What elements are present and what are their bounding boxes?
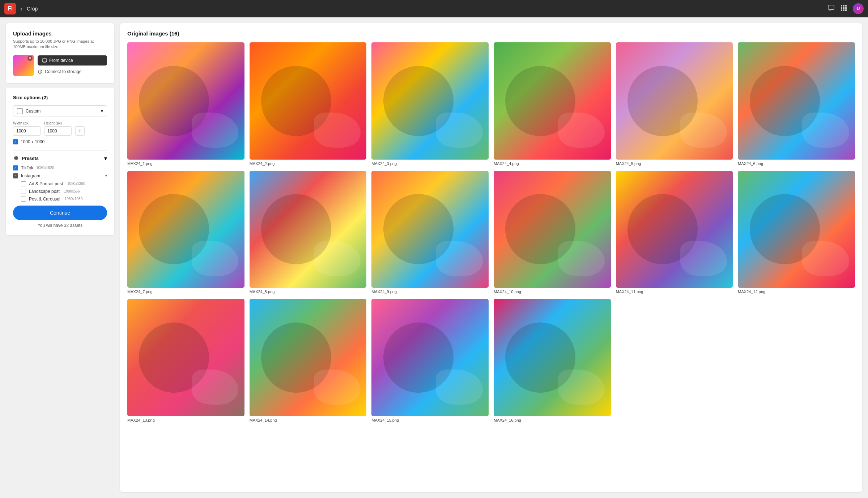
image-item-16: MAX24_16.png (494, 299, 611, 422)
height-label: Height (px) (44, 121, 72, 125)
image-thumb-1[interactable] (127, 42, 244, 160)
svg-rect-10 (42, 59, 47, 62)
image-thumb-12[interactable] (738, 171, 855, 288)
carousel-size: 1080x1080 (65, 197, 83, 201)
image-thumb-8[interactable] (250, 171, 367, 288)
svg-rect-2 (843, 5, 844, 7)
image-thumb-9[interactable] (371, 171, 489, 288)
page-title: Crop (27, 6, 38, 12)
svg-rect-8 (843, 9, 844, 11)
image-thumb-16[interactable] (494, 299, 611, 416)
from-device-button[interactable]: From device (38, 55, 107, 66)
image-name-10: MAX24_10.png (494, 290, 611, 294)
topbar: Fi ‹ Crop U (0, 0, 868, 17)
image-name-7: MAX24_7.png (127, 290, 244, 294)
size-checkbox[interactable] (13, 139, 18, 144)
image-thumb-5[interactable] (616, 42, 733, 160)
size-options-card: Size options (2) Custom ▾ Width (px) Hei… (6, 88, 114, 235)
width-label: Width (px) (13, 121, 41, 125)
height-group: Height (px) (44, 121, 72, 136)
svg-rect-7 (841, 9, 842, 11)
image-name-11: MAX24_11.png (616, 290, 733, 294)
image-name-12: MAX24_12.png (738, 290, 855, 294)
avatar[interactable]: U (853, 3, 864, 14)
presets-gear-icon (13, 155, 19, 161)
image-name-8: MAX24_8.png (250, 290, 367, 294)
image-item-15: MAX24_15.png (371, 299, 489, 422)
image-item-14: MAX24_14.png (250, 299, 367, 422)
landscape-checkbox[interactable] (21, 189, 26, 194)
gallery-title: Original images (16) (127, 30, 855, 37)
image-thumb-13[interactable] (127, 299, 244, 416)
image-item-8: MAX24_8.png (250, 171, 367, 294)
left-panel: Upload images Supports up to 10,000 JPG … (6, 23, 114, 492)
preset-ad-portrait: Ad & Portrait post 1080x1350 (21, 181, 107, 186)
size-checkbox-row: 1000 x 1000 (13, 139, 107, 144)
image-item-12: MAX24_12.png (738, 171, 855, 294)
image-name-2: MAX24_2.png (250, 161, 367, 166)
connect-storage-button[interactable]: Connect to storage (38, 68, 107, 76)
tiktok-checkbox[interactable] (13, 165, 18, 170)
chat-icon[interactable] (827, 4, 835, 13)
image-item-4: MAX24_4.png (494, 42, 611, 166)
ad-portrait-checkbox[interactable] (21, 181, 26, 186)
image-name-6: MAX24_6.png (738, 161, 855, 166)
image-item-6: MAX24_6.png (738, 42, 855, 166)
presets-header-row: Presets ▾ (13, 155, 107, 162)
upload-thumbnail (13, 55, 34, 76)
tiktok-label: TikTok (21, 165, 33, 170)
image-name-15: MAX24_15.png (371, 418, 489, 422)
image-thumb-15[interactable] (371, 299, 489, 416)
back-button[interactable]: ‹ (20, 5, 22, 13)
continue-button[interactable]: Continue (13, 206, 107, 220)
image-name-13: MAX24_13.png (127, 418, 244, 422)
preset-tiktok: TikTok 1080x1920 (13, 165, 107, 170)
upload-card: Upload images Supports up to 10,000 JPG … (6, 23, 114, 83)
width-input[interactable] (13, 126, 41, 136)
chevron-down-icon: ▾ (101, 109, 103, 114)
image-name-5: MAX24_5.png (616, 161, 733, 166)
image-item-7: MAX24_7.png (127, 171, 244, 294)
svg-rect-6 (845, 7, 847, 9)
image-thumb-6[interactable] (738, 42, 855, 160)
image-thumb-11[interactable] (616, 171, 733, 288)
image-thumb-7[interactable] (127, 171, 244, 288)
add-dimension-button[interactable]: + (75, 126, 85, 136)
presets-title: Presets (22, 156, 39, 161)
instagram-checkbox[interactable] (13, 173, 18, 178)
svg-rect-1 (841, 5, 842, 7)
image-thumb-10[interactable] (494, 171, 611, 288)
presets-chevron-icon: ▾ (104, 155, 107, 162)
image-item-3: MAX24_3.png (371, 42, 489, 166)
image-item-9: MAX24_9.png (371, 171, 489, 294)
image-thumb-14[interactable] (250, 299, 367, 416)
image-name-3: MAX24_3.png (371, 161, 489, 166)
svg-rect-4 (841, 7, 842, 9)
image-thumb-3[interactable] (371, 42, 489, 160)
topbar-right: U (827, 3, 864, 14)
assets-note: You will have 32 assets (13, 223, 107, 228)
preset-landscape: Landscape post 1080x566 (21, 189, 107, 194)
image-name-9: MAX24_9.png (371, 290, 489, 294)
image-name-16: MAX24_16.png (494, 418, 611, 422)
app-logo: Fi (4, 3, 16, 14)
landscape-size: 1080x566 (64, 189, 80, 193)
upload-area: From device Connect to storage (13, 55, 107, 76)
right-panel: Original images (16) MAX24_1.pngMAX24_2.… (120, 23, 862, 492)
image-grid: MAX24_1.pngMAX24_2.pngMAX24_3.pngMAX24_4… (127, 42, 855, 422)
main-layout: Upload images Supports up to 10,000 JPG … (0, 17, 868, 498)
image-name-4: MAX24_4.png (494, 161, 611, 166)
size-dropdown[interactable]: Custom ▾ (13, 105, 107, 117)
height-input[interactable] (44, 126, 72, 136)
carousel-checkbox[interactable] (21, 197, 26, 202)
carousel-label: Post & Carousel (29, 197, 60, 202)
svg-rect-5 (843, 7, 844, 9)
svg-rect-0 (828, 5, 834, 9)
upload-buttons: From device Connect to storage (38, 55, 107, 76)
image-thumb-2[interactable] (250, 42, 367, 160)
grid-icon[interactable] (841, 5, 847, 13)
size-checkbox-label: 1000 x 1000 (21, 139, 44, 144)
width-group: Width (px) (13, 121, 41, 136)
image-thumb-4[interactable] (494, 42, 611, 160)
ad-portrait-label: Ad & Portrait post (29, 181, 63, 186)
